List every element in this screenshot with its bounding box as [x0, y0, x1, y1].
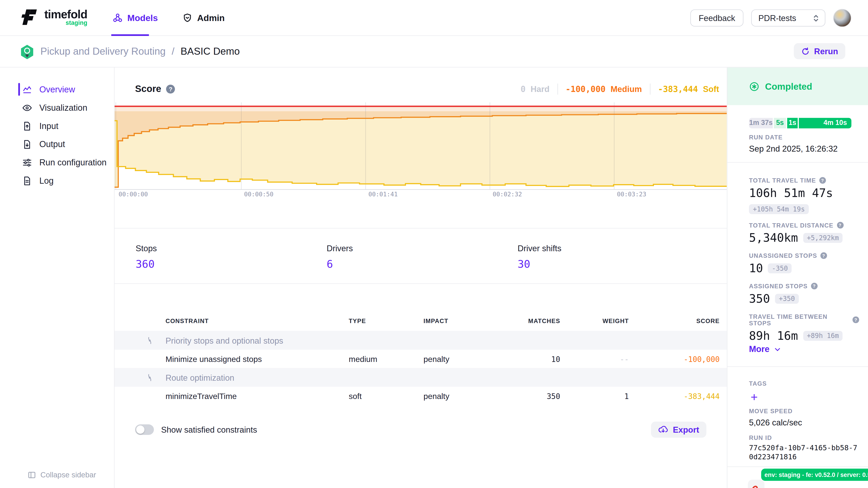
- sidebar-item-label: Output: [39, 139, 65, 149]
- status-banner: Completed: [727, 68, 868, 105]
- question-circle-icon[interactable]: ?: [819, 177, 826, 184]
- timefold-logo-icon: [20, 8, 39, 26]
- file-down-icon: [22, 139, 32, 149]
- brand-env-label: staging: [66, 20, 87, 26]
- metric-assigned-stops: ASSIGNED STOPS? 350+350: [749, 283, 859, 305]
- breadcrumb-bar: Pickup and Delivery Routing / BASIC Demo…: [0, 36, 868, 68]
- kpi-drivers: Drivers 6: [327, 243, 518, 270]
- divider: [727, 366, 868, 367]
- group-label: Priority stops and optional stops: [165, 335, 349, 345]
- question-circle-icon[interactable]: ?: [811, 283, 817, 289]
- col-weight: WEIGHT: [560, 318, 629, 324]
- table-row[interactable]: minimizeTravelTime soft penalty 350 1 -3…: [115, 387, 727, 405]
- rerun-button[interactable]: Rerun: [794, 43, 845, 59]
- breadcrumb-model-link[interactable]: Pickup and Delivery Routing: [40, 46, 166, 57]
- score-chart[interactable]: [115, 102, 727, 190]
- divider: [557, 84, 558, 95]
- metric-travel-time-between-stops: TRAVEL TIME BETWEEN STOPS? 89h 16m+89h 1…: [749, 313, 859, 343]
- toggle-knob: [136, 425, 145, 433]
- nav-label: Models: [127, 13, 158, 23]
- col-type: TYPE: [349, 318, 424, 324]
- col-impact: IMPACT: [423, 318, 521, 324]
- status-label: Completed: [765, 81, 812, 92]
- collapse-sidebar-button[interactable]: Collapse sidebar: [28, 471, 96, 479]
- delta-badge: +5,292km: [803, 233, 843, 243]
- kpi-row: Stops 360 Drivers 6 Driver shifts 30: [135, 243, 709, 270]
- eye-icon: [22, 103, 32, 112]
- constraint-matches: 350: [522, 392, 560, 400]
- add-tag-button[interactable]: +: [751, 390, 758, 404]
- show-satisfied-toggle[interactable]: [135, 424, 154, 435]
- link-icon: [146, 373, 165, 382]
- sidebar-item-log[interactable]: Log: [0, 171, 114, 190]
- delta-badge: +350: [775, 294, 799, 304]
- feedback-button[interactable]: Feedback: [690, 9, 743, 27]
- active-tab-underline: [111, 34, 149, 36]
- sidebar: Overview Visualization Input: [0, 68, 115, 488]
- user-avatar[interactable]: [833, 9, 851, 27]
- nav-tab-admin[interactable]: Admin: [182, 0, 225, 36]
- question-circle-icon[interactable]: ?: [852, 317, 859, 323]
- top-right-cluster: Feedback PDR-tests: [690, 0, 851, 36]
- red-logo-icon: [751, 484, 760, 488]
- area-chart-icon: [22, 84, 32, 94]
- table-group-row[interactable]: Priority stops and optional stops: [115, 331, 727, 350]
- constraint-impact: penalty: [423, 392, 521, 400]
- cloud-download-icon: [658, 425, 669, 434]
- move-speed-value: 5,026 calc/sec: [749, 418, 802, 427]
- breadcrumb-run-name: BASIC Demo: [181, 46, 240, 57]
- rerun-label: Rerun: [814, 46, 838, 56]
- file-text-icon: [22, 176, 32, 186]
- col-matches: MATCHES: [522, 318, 560, 324]
- more-button[interactable]: More: [749, 344, 781, 354]
- divider: [115, 228, 727, 228]
- sidebar-item-label: Run configuration: [39, 158, 107, 167]
- more-label: More: [749, 344, 770, 354]
- constraint-score: -383,444: [629, 392, 720, 400]
- brand[interactable]: timefold staging: [20, 8, 87, 26]
- sidebar-item-run-configuration[interactable]: Run configuration: [0, 153, 114, 171]
- x-axis-tick-label: 00:02:32: [493, 191, 522, 198]
- metric-total-travel-time: TOTAL TRAVEL TIME? 106h 51m 47s +105h 54…: [749, 177, 859, 214]
- sidebar-item-overview[interactable]: Overview: [0, 80, 114, 98]
- question-circle-icon[interactable]: ?: [820, 252, 827, 259]
- medium-score: -100,000 Medium: [565, 84, 642, 94]
- export-button[interactable]: Export: [651, 421, 706, 437]
- sidebar-item-label: Input: [39, 121, 58, 131]
- table-row[interactable]: Minimize unassigned stops medium penalty…: [115, 350, 727, 368]
- env-version-badge: env: staging - fe: v0.52.0 / server: 0.5…: [761, 468, 868, 481]
- workspace-select[interactable]: PDR-tests: [751, 9, 825, 27]
- app-root: timefold staging Models: [0, 0, 868, 488]
- phase-progress-bar[interactable]: 1m 37s 5s 1s 4m 10s: [749, 118, 851, 129]
- breadcrumb-separator: /: [172, 46, 174, 57]
- x-axis-tick-label: 00:00:00: [119, 191, 148, 198]
- constraint-name: Minimize unassigned stops: [165, 355, 349, 363]
- sidebar-item-visualization[interactable]: Visualization: [0, 98, 114, 117]
- refresh-icon: [801, 47, 810, 56]
- run-id-value: 77c520fa-10b7-4165-bb58-70d223471816: [749, 444, 860, 461]
- constraint-type: soft: [349, 392, 424, 400]
- question-circle-icon[interactable]: ?: [837, 222, 843, 228]
- kpi-stops: Stops 360: [135, 243, 327, 270]
- sidebar-item-label: Visualization: [39, 103, 87, 112]
- delta-badge: -350: [768, 263, 792, 273]
- run-date-label: RUN DATE: [749, 134, 782, 140]
- table-group-row[interactable]: Route optimization: [115, 368, 727, 387]
- phase-segment: 1m 37s: [749, 118, 773, 129]
- chevron-down-icon: [774, 346, 781, 353]
- constraint-name: minimizeTravelTime: [165, 392, 349, 400]
- phase-segment: 1s: [787, 118, 798, 129]
- nav-tab-models[interactable]: Models: [112, 0, 158, 36]
- move-speed-label: MOVE SPEED: [749, 408, 793, 414]
- kpi-driver-shifts: Driver shifts 30: [518, 243, 709, 270]
- sidebar-item-input[interactable]: Input: [0, 117, 114, 135]
- question-circle-icon[interactable]: ?: [166, 85, 175, 94]
- table-header-row: CONSTRAINT TYPE IMPACT MATCHES WEIGHT SC…: [115, 311, 727, 331]
- metric-total-travel-distance: TOTAL TRAVEL DISTANCE? 5,340km+5,292km: [749, 222, 859, 245]
- sidebar-item-output[interactable]: Output: [0, 135, 114, 153]
- x-axis-tick-label: 00:00:50: [244, 191, 274, 198]
- main-content: Score ? 0 Hard -100,000 Medium -383,444 …: [115, 68, 727, 488]
- breadcrumb: Pickup and Delivery Routing / BASIC Demo: [20, 36, 240, 68]
- col-score: SCORE: [629, 318, 720, 324]
- soft-score: -383,444 Soft: [658, 84, 719, 94]
